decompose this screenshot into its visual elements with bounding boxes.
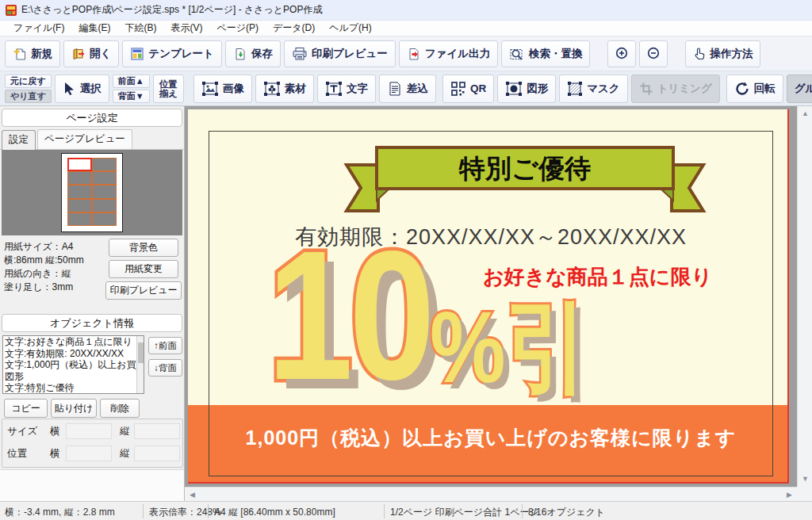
size-position-group: サイズ 横 縦 位置 横 縦 [2, 419, 183, 468]
how-to-button[interactable]: 操作方法 [685, 40, 760, 67]
text-button[interactable]: 文字 [317, 75, 376, 103]
search-replace-button[interactable]: 検索・置換 [501, 40, 591, 67]
label-cell[interactable] [92, 185, 117, 198]
group-button[interactable]: グループ [787, 75, 812, 103]
align-button[interactable]: 位置 揃え [153, 75, 184, 103]
object-send-back-button[interactable]: ↓背面 [148, 359, 182, 377]
bring-front-button[interactable]: 前面▲ [113, 75, 150, 88]
qr-button[interactable]: QR [442, 75, 494, 103]
label-cell[interactable] [92, 158, 117, 171]
sidebar-print-preview-button[interactable]: 印刷プレビュー [105, 281, 182, 300]
size-height-field[interactable] [134, 423, 180, 439]
scroll-left-arrow[interactable]: ◀ [190, 491, 195, 499]
scroll-up-arrow[interactable]: ▲ [802, 110, 809, 117]
crop-icon [639, 82, 653, 96]
mask-label: マスク [587, 82, 619, 96]
material-button[interactable]: 素材 [255, 75, 314, 103]
object-bring-front-button[interactable]: ↑前面 [148, 337, 182, 354]
file-output-icon [407, 47, 421, 61]
merge-button[interactable]: 差込 [379, 75, 436, 103]
shape-button[interactable]: 図形 [497, 75, 556, 103]
menu-help[interactable]: ヘルプ(H) [322, 20, 379, 36]
menu-edit[interactable]: 編集(E) [71, 20, 117, 36]
undo-button[interactable]: 元に戻す [5, 75, 52, 88]
material-label: 素材 [285, 82, 306, 96]
status-object-count: 8/16オブジェクト [528, 506, 605, 519]
open-button[interactable]: 開く [63, 40, 119, 67]
save-button[interactable]: 保存 [225, 40, 281, 67]
object-list-scroll-thumb[interactable] [138, 342, 144, 363]
open-folder-icon [71, 47, 86, 61]
pos-y-field[interactable] [134, 445, 180, 461]
object-list-item[interactable]: 図形 [5, 371, 144, 383]
size-row-label: サイズ [7, 425, 37, 438]
menu-file[interactable]: ファイル(F) [6, 20, 71, 36]
status-page-info: 1/2ページ 印刷ページ合計 1ページ [390, 506, 539, 519]
rotate-button[interactable]: 回転 [726, 75, 783, 103]
tab-settings[interactable]: 設定 [2, 130, 36, 150]
condition-text[interactable]: 1,000円（税込）以上お買い上げのお客様に限ります [209, 425, 773, 451]
change-paper-button[interactable]: 用紙変更 [109, 260, 178, 278]
open-button-label: 開く [90, 47, 111, 61]
align-label-2: 揃え [159, 89, 178, 98]
delete-button[interactable]: 削除 [100, 399, 140, 418]
horizontal-scrollbar[interactable]: ◀ ▶ [185, 487, 797, 501]
menu-page[interactable]: ページ(P) [209, 20, 266, 36]
scroll-right-arrow[interactable]: ▶ [787, 491, 792, 499]
size-width-field[interactable] [66, 423, 112, 439]
discount-number: 10 [267, 244, 431, 388]
merge-document-icon [387, 81, 403, 97]
label-cell[interactable] [92, 199, 117, 212]
menu-view[interactable]: 表示(V) [163, 20, 209, 36]
label-cell[interactable] [67, 185, 92, 198]
menu-data[interactable]: データ(D) [266, 20, 322, 36]
copy-button[interactable]: コピー [4, 399, 48, 418]
send-back-button[interactable]: 背面▼ [113, 90, 150, 103]
object-list[interactable]: 文字:お好きな商品１点に限り 文字:有効期限: 20XX/XX/XX 文字:1,… [2, 335, 144, 394]
pos-x-field[interactable] [66, 445, 112, 461]
redo-label: やり直す [10, 90, 46, 102]
redo-button[interactable]: やり直す [5, 90, 52, 103]
select-button[interactable]: 選択 [55, 75, 109, 103]
object-list-item[interactable]: 文字:特別ご優待 [5, 382, 144, 394]
label-cell-selected[interactable] [67, 158, 92, 171]
new-button[interactable]: 新規 [5, 40, 60, 67]
label-cell[interactable] [92, 212, 117, 226]
paper-layout-preview[interactable] [2, 150, 182, 235]
sidebar-bottom-spacer [0, 469, 184, 501]
pop-page[interactable]: 1,000円（税込）以上お買い上げのお客様に限ります 特別ご優待 有効期限：20… [188, 109, 789, 484]
window-title: E:\ささっとPOP作成\ページ設定.sps * [1/2ページ] - ささっと… [21, 3, 322, 17]
send-back-label: 背面▼ [118, 90, 144, 102]
label-cell[interactable] [67, 171, 92, 185]
material-flower-icon [263, 81, 281, 97]
title-ribbon[interactable]: 特別ご優待 [339, 146, 711, 214]
mask-button[interactable]: マスク [559, 75, 627, 103]
page-settings-header: ページ設定 [2, 109, 182, 127]
paste-button[interactable]: 貼り付け [51, 399, 97, 418]
new-file-icon [13, 47, 27, 61]
tab-page-preview[interactable]: ページプレビュー [37, 129, 132, 149]
label-cell[interactable] [67, 212, 92, 226]
label-cell[interactable] [92, 171, 117, 185]
menu-draft[interactable]: 下絵(B) [117, 20, 163, 36]
qr-code-icon [450, 81, 466, 97]
limit-text[interactable]: お好きな商品１点に限り [483, 263, 712, 291]
zoom-in-button[interactable] [607, 40, 636, 67]
trim-button: トリミング [631, 75, 720, 103]
zoom-out-button[interactable] [639, 40, 668, 67]
background-color-button[interactable]: 背景色 [109, 239, 178, 257]
print-preview-button[interactable]: 印刷プレビュー [284, 40, 396, 67]
canvas-area: 1,000円（税込）以上お買い上げのお客様に限ります 特別ご優待 有効期限：20… [185, 106, 797, 487]
template-button[interactable]: テンプレート [122, 40, 222, 67]
file-output-button[interactable]: ファイル出力 [399, 40, 498, 67]
image-button[interactable]: 画像 [193, 75, 252, 103]
scroll-down-arrow[interactable]: ▼ [802, 476, 809, 483]
object-list-item[interactable]: 文字:有効期限: 20XX/XX/XX [5, 348, 144, 360]
template-icon [130, 47, 144, 61]
printer-icon [292, 47, 308, 61]
vertical-scrollbar[interactable]: ▲ ▼ [797, 106, 812, 487]
object-list-item[interactable]: 文字:お好きな商品１点に限り [5, 336, 144, 348]
object-list-item[interactable]: 文字:1,000円（税込）以上お買 [5, 359, 144, 371]
object-list-scrollbar[interactable] [136, 336, 144, 393]
label-cell[interactable] [67, 199, 92, 212]
